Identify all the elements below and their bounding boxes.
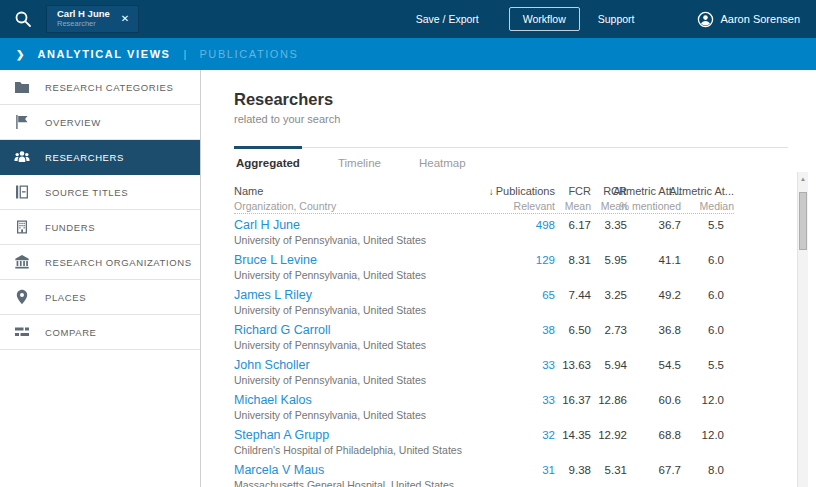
altmetric-pct-value: 41.1	[659, 254, 681, 266]
search-filter-chip[interactable]: Carl H June Researcher ✕	[46, 5, 139, 34]
altmetric-pct-value: 49.2	[659, 289, 681, 301]
rcr-mean-value: 3.35	[605, 219, 627, 231]
sidebar-item-label: PLACES	[45, 292, 86, 303]
view-tabs: Aggregated Timeline Heatmap	[234, 147, 788, 176]
publications-count-link[interactable]: 33	[542, 394, 555, 406]
bank-icon	[13, 253, 31, 271]
breadcrumb-separator: |	[184, 48, 187, 60]
tab-heatmap[interactable]: Heatmap	[417, 148, 468, 176]
support-button[interactable]: Support	[598, 13, 635, 25]
altmetric-median-value: 6.0	[708, 254, 724, 266]
user-menu[interactable]: Aaron Sorensen	[697, 11, 801, 28]
fcr-mean-value: 14.35	[562, 429, 591, 441]
column-altmetric-median[interactable]: Altmetric At... Median	[669, 184, 734, 213]
altmetric-pct-value: 67.7	[659, 464, 681, 476]
publications-count-link[interactable]: 38	[542, 324, 555, 336]
sidebar-item-research-organizations[interactable]: RESEARCH ORGANIZATIONS	[0, 245, 200, 280]
column-fcr-sublabel: Mean	[565, 199, 591, 213]
scroll-up-arrow-icon[interactable]: ▲	[798, 172, 808, 182]
publications-count-link[interactable]: 32	[542, 429, 555, 441]
altmetric-median-value: 8.0	[708, 464, 724, 476]
altmetric-pct-value: 54.5	[659, 359, 681, 371]
folder-icon	[13, 78, 31, 96]
sidebar-item-label: FUNDERS	[45, 222, 95, 233]
altmetric-pct-value: 36.7	[659, 219, 681, 231]
journal-icon	[13, 183, 31, 201]
table-row: Bruce L Levine University of Pennsylvani…	[234, 249, 734, 284]
column-fcr-label: FCR	[565, 184, 591, 199]
altmetric-pct-value: 60.6	[659, 394, 681, 406]
publications-count-link[interactable]: 498	[536, 219, 555, 231]
people-icon	[13, 148, 31, 166]
researcher-org: University of Pennsylvania, United State…	[234, 303, 734, 317]
researcher-org: University of Pennsylvania, United State…	[234, 233, 734, 247]
publications-count-link[interactable]: 65	[542, 289, 555, 301]
researcher-org: University of Pennsylvania, United State…	[234, 373, 734, 387]
fcr-mean-value: 8.31	[569, 254, 591, 266]
chevron-right-icon[interactable]: ❯	[16, 49, 24, 60]
altmetric-median-value: 5.5	[708, 359, 724, 371]
table-row: John Scholler University of Pennsylvania…	[234, 354, 734, 389]
page-title: Researchers	[234, 90, 816, 109]
building-icon	[13, 218, 31, 236]
table-row: Michael Kalos University of Pennsylvania…	[234, 389, 734, 424]
researcher-org: University of Pennsylvania, United State…	[234, 408, 734, 422]
altmetric-median-value: 6.0	[708, 324, 724, 336]
researcher-org: University of Pennsylvania, United State…	[234, 338, 734, 352]
researchers-table: Name Organization, Country ↓Publications…	[234, 184, 734, 487]
publications-count-link[interactable]: 129	[536, 254, 555, 266]
tab-aggregated[interactable]: Aggregated	[234, 148, 302, 176]
fcr-mean-value: 6.17	[569, 219, 591, 231]
vertical-scrollbar[interactable]: ▲	[797, 172, 808, 487]
publications-count-link[interactable]: 33	[542, 359, 555, 371]
altmetric-pct-value: 68.8	[659, 429, 681, 441]
scrollbar-thumb[interactable]	[799, 192, 807, 250]
page-subtitle: related to your search	[234, 113, 816, 125]
sidebar-item-places[interactable]: PLACES	[0, 280, 200, 315]
body-row: RESEARCH CATEGORIES OVERVIEW R	[0, 70, 816, 487]
sidebar-item-label: RESEARCH ORGANIZATIONS	[45, 257, 192, 268]
rcr-mean-value: 2.73	[605, 324, 627, 336]
map-pin-icon	[13, 288, 31, 306]
chip-researcher-name: Carl H June	[57, 9, 110, 20]
table-row: Marcela V Maus Massachusetts General Hos…	[234, 459, 734, 487]
rcr-mean-value: 12.86	[598, 394, 627, 406]
altmetric-median-value: 5.5	[708, 219, 724, 231]
sidebar-item-compare[interactable]: COMPARE	[0, 315, 200, 350]
rcr-mean-value: 5.94	[605, 359, 627, 371]
rcr-mean-value: 5.95	[605, 254, 627, 266]
sidebar-item-source-titles[interactable]: SOURCE TITLES	[0, 175, 200, 210]
fcr-mean-value: 6.50	[569, 324, 591, 336]
sidebar-item-researchers[interactable]: RESEARCHERS	[0, 140, 200, 175]
user-avatar-icon	[697, 11, 714, 28]
fcr-mean-value: 16.37	[562, 394, 591, 406]
save-export-button[interactable]: Save / Export	[416, 13, 479, 25]
altmetric-median-value: 12.0	[702, 429, 724, 441]
sidebar-item-overview[interactable]: OVERVIEW	[0, 105, 200, 140]
table-row: James L Riley University of Pennsylvania…	[234, 284, 734, 319]
table-row: Richard G Carroll University of Pennsylv…	[234, 319, 734, 354]
researcher-org: Massachusetts General Hospital, United S…	[234, 478, 734, 487]
search-icon[interactable]	[14, 10, 32, 28]
fcr-mean-value: 9.38	[569, 464, 591, 476]
column-publications-sublabel: Relevant	[489, 199, 555, 213]
column-publications[interactable]: ↓Publications Relevant	[489, 184, 555, 213]
breadcrumb-bar: ❯ ANALYTICAL VIEWS | PUBLICATIONS	[0, 38, 816, 70]
top-bar: Carl H June Researcher ✕ Save / Export W…	[0, 0, 816, 38]
flag-icon	[13, 113, 31, 131]
fcr-mean-value: 13.63	[562, 359, 591, 371]
workflow-button[interactable]: Workflow	[509, 7, 580, 31]
column-fcr[interactable]: FCR Mean	[565, 184, 591, 213]
publications-count-link[interactable]: 31	[542, 464, 555, 476]
chip-close-icon[interactable]: ✕	[121, 13, 129, 24]
sidebar: RESEARCH CATEGORIES OVERVIEW R	[0, 70, 201, 487]
rcr-mean-value: 12.92	[598, 429, 627, 441]
tab-timeline[interactable]: Timeline	[336, 148, 383, 176]
breadcrumb-analytical-views[interactable]: ANALYTICAL VIEWS	[37, 48, 170, 60]
fcr-mean-value: 7.44	[569, 289, 591, 301]
table-row: Stephan A Grupp Children's Hospital of P…	[234, 424, 734, 459]
sidebar-item-funders[interactable]: FUNDERS	[0, 210, 200, 245]
sidebar-item-research-categories[interactable]: RESEARCH CATEGORIES	[0, 70, 200, 105]
breadcrumb-publications[interactable]: PUBLICATIONS	[199, 48, 298, 60]
sidebar-item-label: OVERVIEW	[45, 117, 101, 128]
